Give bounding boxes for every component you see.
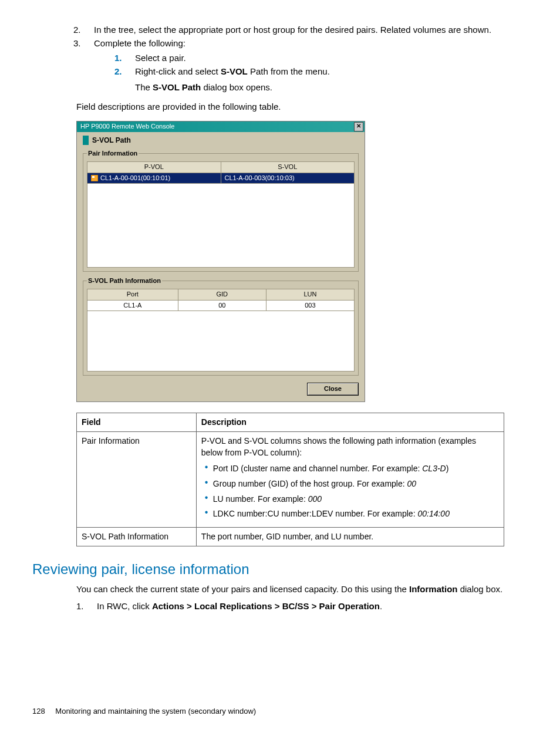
svol-value[interactable]: CL1-A-00-003(00:10:03) (221, 173, 355, 183)
text: In RWC, click (97, 601, 152, 611)
section-paragraph: You can check the current state of your … (76, 583, 504, 595)
table-row: S-VOL Path Information The port number, … (77, 527, 504, 546)
lun-header[interactable]: LUN (266, 289, 354, 300)
text: The (135, 82, 153, 92)
th-description: Description (196, 413, 504, 432)
empty-area (87, 311, 355, 372)
pvol-header[interactable]: P-VOL (87, 162, 221, 173)
field-description-table: Field Description Pair Information P-VOL… (76, 413, 504, 547)
svg-rect-0 (91, 175, 98, 181)
substep-line-2: The S-VOL Path dialog box opens. (135, 81, 504, 93)
desc-cell: The port number, GID number, and LU numb… (196, 527, 504, 546)
text: dialog box. (458, 584, 503, 594)
dialog-title: S-VOL Path (92, 136, 131, 146)
dialog-title-row: S-VOL Path (83, 136, 359, 146)
svg-rect-1 (92, 176, 95, 178)
pair-information-legend: Pair Information (87, 149, 139, 158)
lun-value: 003 (266, 300, 354, 310)
italic-text: 00 (407, 479, 417, 488)
dialog-titlebar: HP P9000 Remote Web Console ✕ (77, 121, 365, 132)
list-item: LU number. For example: 000 (201, 494, 499, 505)
substep-number: 2. (114, 65, 135, 93)
step-3-intro: Complete the following: (94, 38, 185, 48)
step-1: 1. In RWC, click Actions > Local Replica… (76, 600, 504, 612)
list-item: Group number (GID) of the host group. Fo… (201, 478, 499, 490)
pair-information-table: P-VOL S-VOL CL1-A-00-001(00:10:01) CL1-A… (87, 161, 355, 268)
step-text: Complete the following: 1. Select a pair… (94, 37, 504, 94)
svol-path-table: Port GID LUN CL1-A 00 003 (87, 289, 355, 372)
text: . (380, 601, 382, 611)
text: CL1-A-00-001(00:10:01) (100, 174, 170, 181)
close-icon[interactable]: ✕ (354, 122, 363, 131)
section-body: You can check the current state of your … (76, 583, 504, 612)
gid-header[interactable]: GID (178, 289, 266, 300)
table-row: Pair Information P-VOL and S-VOL columns… (77, 432, 504, 528)
step-text: In the tree, select the appropriate port… (94, 23, 504, 36)
text: You can check the current state of your … (76, 584, 409, 594)
step-2: 2. In the tree, select the appropriate p… (73, 23, 504, 36)
table-row[interactable]: CL1-A 00 003 (87, 300, 355, 310)
port-header[interactable]: Port (87, 289, 178, 300)
step-number: 1. (76, 600, 97, 612)
text: LDKC number:CU number:LDEV number. For e… (213, 509, 418, 518)
field-cell: Pair Information (77, 432, 197, 528)
pvol-value[interactable]: CL1-A-00-001(00:10:01) (87, 173, 221, 183)
svol-path-legend: S-VOL Path Information (87, 276, 162, 285)
substep-1: 1. Select a pair. (114, 52, 504, 64)
button-row: Close (83, 380, 359, 395)
text: Port ID (cluster name and channel number… (213, 464, 422, 473)
volume-icon (91, 175, 98, 181)
text: Group number (GID) of the host group. Fo… (213, 479, 407, 488)
empty-area (87, 183, 355, 267)
bold-text: S-VOL Path (153, 82, 201, 92)
svol-path-dialog: HP P9000 Remote Web Console ✕ S-VOL Path… (76, 121, 365, 402)
substep-2: 2. Right-click and select S-VOL Path fro… (114, 65, 504, 93)
dialog-screenshot: HP P9000 Remote Web Console ✕ S-VOL Path… (76, 121, 528, 402)
step-text: In RWC, click Actions > Local Replicatio… (97, 600, 504, 612)
desc-cell: P-VOL and S-VOL columns shows the follow… (196, 432, 504, 528)
substep-text: Select a pair. (135, 52, 504, 64)
field-desc-intro: Field descriptions are provided in the f… (76, 100, 504, 113)
page-footer: 128 Monitoring and maintaining the syste… (32, 706, 528, 717)
app-title: HP P9000 Remote Web Console (80, 122, 174, 131)
italic-text: CL3-D (422, 464, 446, 473)
substep-text: Right-click and select S-VOL Path from t… (135, 65, 504, 93)
text: Right-click and select (135, 66, 221, 76)
text: dialog box opens. (201, 82, 272, 92)
field-cell: S-VOL Path Information (77, 527, 197, 546)
chapter-title: Monitoring and maintaining the system (s… (55, 707, 256, 715)
bold-text: Information (409, 584, 458, 594)
bold-text: S-VOL (221, 66, 248, 76)
table-row[interactable]: CL1-A-00-001(00:10:01) CL1-A-00-003(00:1… (87, 173, 355, 183)
text: ) (446, 464, 449, 473)
port-value: CL1-A (87, 300, 178, 310)
text: LU number. For example: (213, 494, 308, 504)
section-heading: Reviewing pair, license information (32, 559, 528, 579)
bold-text: Actions > Local Replications > BC/SS > P… (152, 601, 380, 611)
close-button[interactable]: Close (307, 383, 359, 395)
step-number: 2. (73, 23, 94, 36)
step-3: 3. Complete the following: 1. Select a p… (73, 37, 504, 94)
pair-information-group: Pair Information P-VOL S-VOL CL1-A-00-00… (83, 149, 359, 272)
substep-number: 1. (114, 52, 135, 64)
italic-text: 00:14:00 (417, 509, 450, 518)
svol-path-group: S-VOL Path Information Port GID LUN CL1-… (83, 276, 359, 376)
bullets: Port ID (cluster name and channel number… (201, 463, 499, 519)
instruction-list: 2. In the tree, select the appropriate p… (73, 23, 504, 94)
gid-value: 00 (178, 300, 266, 310)
desc-intro: P-VOL and S-VOL columns shows the follow… (201, 436, 499, 458)
italic-text: 000 (308, 494, 322, 504)
page-number: 128 (32, 707, 45, 715)
substep-list: 1. Select a pair. 2. Right-click and sel… (114, 52, 504, 93)
title-accent (83, 136, 89, 145)
step-number: 3. (73, 37, 94, 94)
svol-header[interactable]: S-VOL (221, 162, 355, 173)
th-field: Field (77, 413, 197, 432)
text: Path from the menu. (248, 66, 330, 76)
list-item: Port ID (cluster name and channel number… (201, 463, 499, 475)
list-item: LDKC number:CU number:LDEV number. For e… (201, 508, 499, 520)
